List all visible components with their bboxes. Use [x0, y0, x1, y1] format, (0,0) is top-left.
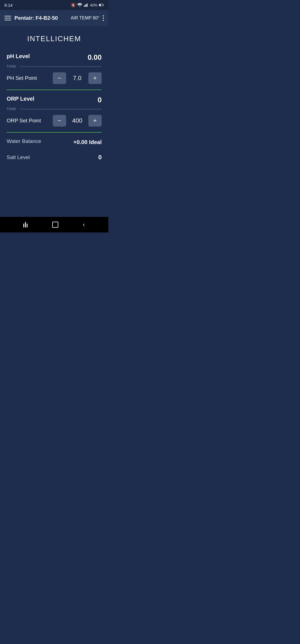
recents-icon: [23, 222, 28, 227]
ph-decrement-button[interactable]: −: [53, 72, 66, 84]
status-icons: 🔇 42%: [71, 3, 104, 7]
orp-level-value: 0: [98, 96, 102, 104]
orp-setpoint-value: 400: [70, 117, 84, 124]
orp-decrement-button[interactable]: −: [53, 115, 66, 127]
ph-setpoint-value: 7.0: [70, 75, 84, 82]
salt-level-label: Salt Level: [7, 154, 30, 160]
status-bar: 6:14 🔇 42%: [0, 0, 108, 10]
wifi-icon: [77, 3, 82, 7]
air-temp-display: AIR TEMP 80°: [71, 16, 99, 21]
ph-setpoint-label: PH Set Point: [7, 75, 37, 81]
battery-icon: [99, 3, 104, 7]
orp-waterbalance-divider: [7, 132, 102, 133]
orp-level-label: ORP Level: [7, 96, 34, 102]
home-icon: [52, 222, 58, 228]
svg-rect-1: [85, 5, 86, 7]
water-balance-line1: +0.00 Ideal: [73, 138, 102, 146]
svg-rect-6: [99, 4, 101, 6]
ph-setpoint-row: PH Set Point − 7.0 +: [7, 72, 102, 84]
water-balance-value: +0.00 Ideal: [73, 138, 102, 146]
ph-orp-divider: [7, 90, 102, 90]
svg-rect-3: [87, 3, 88, 7]
orp-setpoint-label: ORP Set Point: [7, 118, 41, 124]
back-icon: ‹: [83, 221, 85, 228]
orp-tank-label: TANK: [7, 107, 16, 111]
bottom-nav: ‹: [0, 217, 108, 232]
recents-button[interactable]: [23, 222, 28, 227]
status-time: 6:14: [4, 3, 12, 8]
ph-tank-label: TANK: [7, 65, 16, 68]
ph-tank-row: TANK: [7, 65, 102, 68]
back-button[interactable]: ‹: [83, 221, 85, 228]
page-title: INTELLICHEM: [7, 34, 102, 43]
svg-rect-0: [84, 6, 84, 7]
orp-increment-button[interactable]: +: [88, 115, 102, 127]
orp-tank-bar: [20, 109, 102, 110]
app-header: Pentair: F4-B2-50 AIR TEMP 80°: [0, 10, 108, 26]
ph-level-value: 0.00: [88, 53, 102, 62]
water-balance-row: Water Balance +0.00 Ideal: [7, 138, 102, 146]
ph-setpoint-controls: − 7.0 +: [53, 72, 102, 84]
svg-rect-5: [103, 5, 104, 6]
orp-setpoint-row: ORP Set Point − 400 +: [7, 115, 102, 127]
orp-tank-row: TANK: [7, 107, 102, 111]
more-options-button[interactable]: [103, 15, 104, 21]
menu-button[interactable]: [4, 16, 11, 20]
ph-section: pH Level 0.00 TANK PH Set Point − 7.0 +: [7, 53, 102, 84]
battery-percentage: 42%: [90, 3, 97, 7]
ph-level-row: pH Level 0.00: [7, 53, 102, 62]
orp-level-row: ORP Level 0: [7, 96, 102, 104]
main-content: INTELLICHEM pH Level 0.00 TANK PH Set Po…: [0, 26, 108, 217]
water-balance-label: Water Balance: [7, 138, 41, 144]
ph-tank-bar: [20, 66, 102, 67]
signal-icon: [84, 3, 88, 7]
mute-icon: 🔇: [71, 3, 76, 7]
ph-level-label: pH Level: [7, 53, 30, 60]
svg-rect-2: [86, 4, 86, 7]
orp-section: ORP Level 0 TANK ORP Set Point − 400 +: [7, 96, 102, 127]
ph-increment-button[interactable]: +: [88, 72, 102, 84]
app-title: Pentair: F4-B2-50: [14, 15, 67, 21]
salt-level-row: Salt Level 0: [7, 154, 102, 161]
home-button[interactable]: [52, 222, 58, 228]
orp-setpoint-controls: − 400 +: [53, 115, 102, 127]
salt-level-value: 0: [98, 154, 102, 161]
